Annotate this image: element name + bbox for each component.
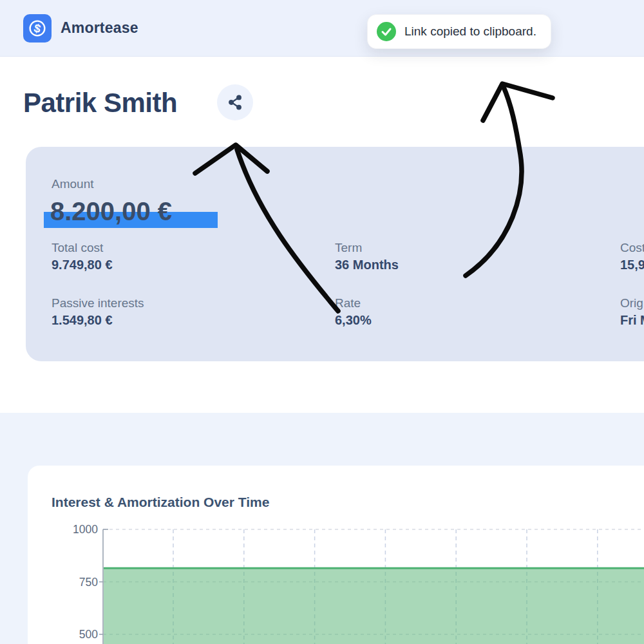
stat-label: Total cost: [52, 240, 144, 256]
stat-value: 15,9: [620, 256, 644, 274]
stat-value: 6,30%: [335, 312, 399, 329]
dollar-circle-icon: $: [24, 15, 50, 41]
y-tick-label: 1000: [73, 523, 98, 536]
amount-value-wrap: 8.200,00 €: [50, 198, 172, 224]
area-series: [104, 568, 644, 644]
share-icon: [227, 94, 243, 111]
svg-text:$: $: [33, 21, 43, 35]
share-button[interactable]: [217, 84, 253, 120]
chart-title: Interest & Amortization Over Time: [52, 495, 269, 510]
app-title: Amortease: [61, 19, 138, 37]
stat-value: 1.549,80 €: [52, 312, 144, 329]
y-tick-label: 500: [79, 628, 98, 641]
amount-label: Amount: [52, 176, 93, 193]
stat-value: 36 Months: [335, 256, 399, 274]
stat-label: Cost: [620, 240, 644, 256]
toast-message: Link copied to clipboard.: [404, 24, 536, 39]
toast-notification: Link copied to clipboard.: [367, 14, 551, 49]
stat-label: Rate: [335, 295, 399, 312]
app-logo[interactable]: $: [23, 14, 52, 43]
stats-column-3: Cost 15,9 Orig Fri M: [620, 240, 644, 329]
stat-label: Term: [335, 240, 399, 256]
arrow-to-toast-barb: [483, 84, 553, 120]
stats-column-1: Total cost 9.749,80 € Passive interests …: [52, 240, 144, 329]
stat-label: Passive interests: [52, 295, 144, 312]
interest-amortization-chart: 1000750500: [45, 523, 644, 644]
check-circle-icon: [377, 22, 396, 41]
stat-value: 9.749,80 €: [52, 256, 144, 274]
y-tick-label: 750: [79, 576, 98, 589]
stats-column-2: Term 36 Months Rate 6,30%: [335, 240, 399, 329]
amount-value: 8.200,00 €: [50, 198, 172, 224]
loan-summary-card: Amount 8.200,00 € Total cost 9.749,80 € …: [26, 147, 644, 361]
stat-label: Orig: [620, 295, 644, 312]
page-title: Patrik Smith: [23, 88, 177, 118]
stat-value: Fri M: [620, 312, 644, 329]
